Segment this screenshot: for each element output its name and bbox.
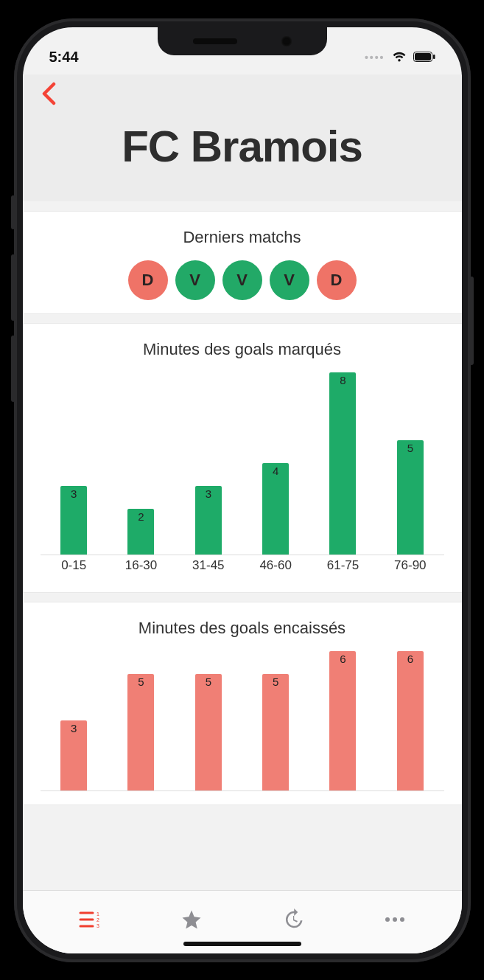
goals-scored-chart: 323485 0-1516-3031-4546-6061-7576-90 bbox=[41, 372, 444, 579]
chart-x-tick: 46-60 bbox=[242, 558, 309, 579]
wifi-icon bbox=[391, 49, 407, 66]
chart-bar: 3 bbox=[195, 486, 222, 555]
chart-bar: 5 bbox=[127, 674, 154, 790]
chart-bar-value: 6 bbox=[340, 653, 346, 665]
phone-frame: 5:44 •••• FC Bramois Derniers matchs DVV… bbox=[14, 18, 471, 962]
chart-bar: 5 bbox=[397, 440, 424, 554]
screen: 5:44 •••• FC Bramois Derniers matchs DVV… bbox=[23, 27, 462, 953]
svg-point-10 bbox=[393, 917, 397, 922]
tab-more[interactable] bbox=[344, 916, 446, 923]
chart-bar: 4 bbox=[262, 463, 289, 555]
svg-rect-1 bbox=[415, 53, 431, 60]
svg-text:1: 1 bbox=[97, 911, 99, 917]
recent-matches-card: Derniers matchs DVVVD bbox=[23, 212, 462, 313]
goals-scored-card: Minutes des goals marqués 323485 0-1516-… bbox=[23, 324, 462, 592]
tab-standings[interactable]: 123 bbox=[39, 910, 141, 929]
recent-matches-title: Derniers matchs bbox=[33, 228, 452, 247]
content-scroll[interactable]: Derniers matchs DVVVD Minutes des goals … bbox=[23, 201, 462, 890]
chart-bar-value: 5 bbox=[206, 675, 211, 688]
chart-x-tick: 76-90 bbox=[376, 558, 443, 579]
match-result-pill: V bbox=[222, 260, 262, 300]
chart-x-tick: 0-15 bbox=[41, 558, 108, 579]
header: FC Bramois bbox=[23, 74, 462, 201]
match-result-pill: D bbox=[128, 260, 168, 300]
home-indicator[interactable] bbox=[183, 942, 301, 946]
back-button[interactable] bbox=[36, 79, 61, 114]
chart-bar: 6 bbox=[397, 651, 424, 790]
chart-bar-value: 5 bbox=[273, 675, 278, 688]
chart-bar: 2 bbox=[127, 509, 154, 555]
chart-x-tick: 16-30 bbox=[108, 558, 175, 579]
chart-bar-value: 6 bbox=[407, 653, 413, 665]
svg-point-11 bbox=[400, 917, 404, 922]
notch bbox=[158, 27, 327, 55]
svg-text:2: 2 bbox=[97, 917, 99, 922]
cellular-icon: •••• bbox=[365, 52, 385, 63]
chart-bar-value: 5 bbox=[407, 442, 413, 454]
page-title: FC Bramois bbox=[36, 121, 449, 172]
tab-history[interactable] bbox=[242, 908, 344, 931]
chart-bar: 8 bbox=[329, 372, 356, 555]
svg-text:3: 3 bbox=[97, 923, 99, 928]
goals-scored-title: Minutes des goals marqués bbox=[33, 340, 452, 359]
chart-x-tick: 61-75 bbox=[309, 558, 376, 579]
chart-bar: 6 bbox=[329, 651, 356, 790]
goals-conceded-chart: 355566 bbox=[41, 651, 444, 791]
chart-bar: 5 bbox=[262, 674, 289, 790]
recent-matches-pills: DVVVD bbox=[33, 260, 452, 300]
chart-bar: 3 bbox=[60, 486, 87, 555]
match-result-pill: V bbox=[270, 260, 309, 300]
status-time: 5:44 bbox=[49, 49, 79, 66]
chart-bar-value: 3 bbox=[71, 487, 77, 500]
chart-bar-value: 3 bbox=[206, 487, 211, 500]
chart-bar-value: 8 bbox=[340, 374, 346, 386]
svg-point-9 bbox=[385, 917, 390, 922]
chart-x-tick: 31-45 bbox=[175, 558, 242, 579]
match-result-pill: V bbox=[175, 260, 215, 300]
svg-rect-2 bbox=[433, 55, 435, 59]
chart-bar-value: 4 bbox=[273, 465, 278, 477]
chart-bar-value: 2 bbox=[138, 510, 144, 523]
match-result-pill: D bbox=[317, 260, 357, 300]
chart-bar-value: 3 bbox=[71, 722, 77, 734]
tab-favorites[interactable] bbox=[141, 908, 242, 931]
goals-conceded-card: Minutes des goals encaissés 355566 bbox=[23, 602, 462, 804]
chart-bar: 5 bbox=[195, 674, 222, 790]
chart-bar: 3 bbox=[60, 720, 87, 790]
battery-icon bbox=[413, 49, 435, 66]
goals-conceded-title: Minutes des goals encaissés bbox=[33, 619, 452, 638]
chart-bar-value: 5 bbox=[138, 675, 144, 688]
